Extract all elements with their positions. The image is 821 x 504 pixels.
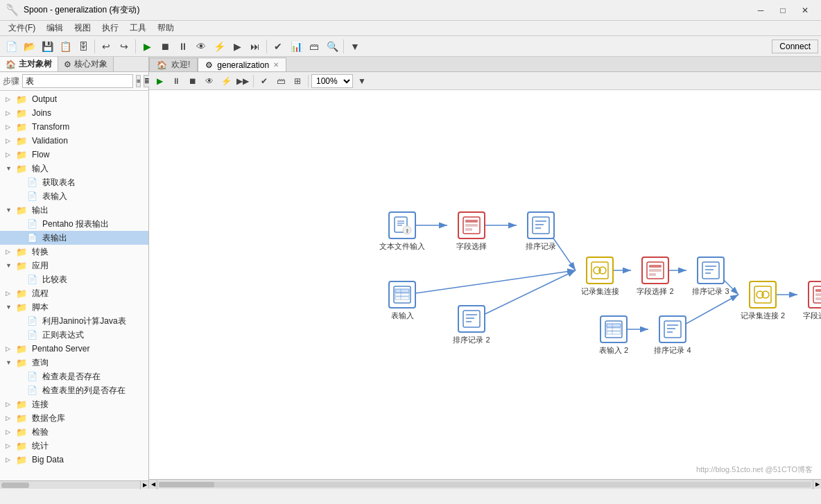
menu-edit[interactable]: 编辑 (41, 21, 69, 36)
gen-tab-close[interactable]: ✕ (273, 61, 279, 69)
tree-item[interactable]: 📄表输出 (0, 231, 148, 245)
toolbar-check[interactable]: ✔ (270, 38, 286, 55)
pause-btn[interactable]: ⏸ (168, 73, 184, 89)
tree-item[interactable]: 📄检查表是否存在 (0, 370, 148, 383)
toolbar-replay[interactable]: ⏭ (247, 38, 263, 55)
tab-generalization[interactable]: ⚙ generalization ✕ (198, 58, 286, 71)
left-tab-bar: 🏠 主对象树 ⚙ 核心对象 (0, 57, 148, 72)
tab-main-tree[interactable]: 🏠 主对象树 (0, 57, 58, 71)
flow-node-n9[interactable]: 记录集连接 2 (738, 281, 787, 321)
preview-btn[interactable]: 👁 (202, 73, 217, 89)
toolbar-explore[interactable]: 🗄 (75, 38, 92, 55)
toolbar-redo[interactable]: ↪ (116, 38, 132, 55)
menu-view[interactable]: 视图 (69, 21, 96, 36)
core-objects-icon: ⚙ (64, 60, 71, 69)
tree-item[interactable]: 📄Pentaho 报表输出 (0, 217, 148, 231)
scroll-right-canvas-btn[interactable]: ▶ (813, 480, 821, 489)
flow-node-n1[interactable]: ⬆文本文件输入 (378, 211, 426, 252)
tree-item[interactable]: ▷📁Joins (0, 106, 148, 120)
toolbar-sniff[interactable]: 🔍 (324, 38, 340, 55)
zoom-select[interactable]: 50% 75% 100% 125% 150% 200% (311, 74, 353, 88)
flow-node-n3[interactable]: 排序记录 (517, 211, 565, 252)
node-label-n2: 字段选择 (456, 241, 487, 252)
zoom-dropdown-btn[interactable]: ▼ (354, 73, 370, 89)
tree-item[interactable]: ▷📁连接 (0, 397, 148, 411)
tree-scrollbar-h[interactable]: ▶ (0, 480, 148, 489)
toolbar-stop[interactable]: ⏹ (157, 38, 173, 55)
flow-node-n12[interactable]: 表输入 2 (589, 315, 638, 356)
folder-icon: 📁 (16, 455, 27, 465)
search-input[interactable] (22, 74, 133, 88)
collapse-tree-button[interactable]: ≡ (136, 75, 141, 87)
folder-icon: 📁 (16, 427, 27, 437)
tree-item[interactable]: 📄表输入 (0, 189, 148, 203)
flow-node-n4[interactable]: 记录集连接 (576, 257, 624, 297)
toolbar-dbexplore[interactable]: 🗃 (306, 38, 322, 55)
tree-item[interactable]: ▼📁查询 (0, 356, 148, 370)
main-tree-label: 主对象树 (19, 58, 52, 70)
menu-execute[interactable]: 执行 (96, 21, 124, 36)
close-button[interactable]: ✕ (795, 3, 815, 17)
flow-node-n7[interactable]: 表输入 (378, 281, 426, 321)
toolbar-open[interactable]: 📂 (21, 38, 37, 55)
tree-item[interactable]: ▷📁Validation (0, 134, 148, 148)
flow-node-n2[interactable]: 字段选择 (447, 211, 496, 252)
db-btn[interactable]: 🗃 (273, 73, 288, 89)
tree-item[interactable]: ▷📁流程 (0, 286, 148, 300)
play-btn[interactable]: ▶ (152, 73, 167, 89)
toolbar-pause[interactable]: ⏸ (175, 38, 191, 55)
menu-tools[interactable]: 工具 (124, 21, 152, 36)
toolbar-save[interactable]: 💾 (39, 38, 55, 55)
tree-item[interactable]: 📄利用Janino计算Java表 (0, 314, 148, 328)
maximize-button[interactable]: □ (772, 3, 793, 17)
toolbar-preview[interactable]: 👁 (193, 38, 209, 55)
toolbar-run[interactable]: ▶ (139, 38, 155, 55)
tree-item[interactable]: ▼📁输入 (0, 162, 148, 175)
tree-item[interactable]: ▼📁输出 (0, 203, 148, 217)
tree-item[interactable]: ▷📁检验 (0, 425, 148, 439)
flow-node-n13[interactable]: 排序记录 4 (648, 315, 697, 356)
tree-item[interactable]: ▷📁Output (0, 92, 148, 106)
tree-item[interactable]: 📄检查表里的列是否存在 (0, 383, 148, 397)
tab-welcome[interactable]: 🏠 欢迎! (149, 58, 198, 71)
grid-btn[interactable]: ⊞ (290, 73, 305, 89)
toolbar-new[interactable]: 📄 (3, 38, 19, 55)
toolbar-undo[interactable]: ↩ (98, 38, 114, 55)
toolbar-more[interactable]: ▼ (347, 38, 363, 55)
toolbar-debug[interactable]: ⚡ (211, 38, 227, 55)
tree-item[interactable]: ▼📁脚本 (0, 300, 148, 314)
stop-btn[interactable]: ⏹ (185, 73, 200, 89)
tree-item[interactable]: ▷📁Flow (0, 148, 148, 162)
canvas-scrollbar-h[interactable]: ◀ ▶ (149, 479, 821, 489)
flow-canvas[interactable]: ⬆文本文件输入字段选择排序记录记录集连接字段选择 2排序记录 3表输入排序记录 … (149, 90, 821, 479)
flow-node-n5[interactable]: 字段选择 2 (631, 257, 680, 297)
tree-item[interactable]: ▷📁Big Data (0, 453, 148, 467)
tree-item[interactable]: ▼📁应用 (0, 259, 148, 272)
minimize-button[interactable]: ─ (750, 3, 771, 17)
tab-core-objects[interactable]: ⚙ 核心对象 (58, 57, 114, 71)
tree-item[interactable]: ▷📁统计 (0, 439, 148, 453)
menu-help[interactable]: 帮助 (152, 21, 180, 36)
tree-item[interactable]: ▷📁数据仓库 (0, 411, 148, 425)
menu-file[interactable]: 文件(F) (3, 21, 41, 36)
tree-item[interactable]: ▷📁Pentaho Server (0, 342, 148, 356)
file-icon: 📄 (27, 385, 37, 395)
connect-button[interactable]: Connect (772, 40, 818, 53)
flow-node-n10[interactable]: 字段选择 3 (797, 281, 821, 321)
flow-node-n6[interactable]: 排序记录 3 (686, 257, 735, 297)
scroll-left-btn[interactable]: ◀ (149, 480, 157, 489)
tree-expand-icon: ▷ (6, 151, 14, 158)
toolbar-step[interactable]: ▶ (229, 38, 245, 55)
tree-item[interactable]: ▷📁Transform (0, 120, 148, 134)
tree-item[interactable]: 📄比较表 (0, 272, 148, 286)
scroll-right-btn[interactable]: ▶ (140, 481, 148, 489)
flow-node-n8[interactable]: 排序记录 2 (447, 305, 496, 345)
tree-item[interactable]: ▷📁转换 (0, 245, 148, 259)
toolbar-saveas[interactable]: 📋 (57, 38, 74, 55)
debug-btn[interactable]: ⚡ (218, 73, 234, 89)
step-fwd-btn[interactable]: ▶▶ (235, 73, 250, 89)
toolbar-analyze[interactable]: 📊 (288, 38, 304, 55)
tree-item[interactable]: 📄获取表名 (0, 175, 148, 189)
tree-item[interactable]: 📄正则表达式 (0, 328, 148, 342)
check-btn[interactable]: ✔ (257, 73, 272, 89)
